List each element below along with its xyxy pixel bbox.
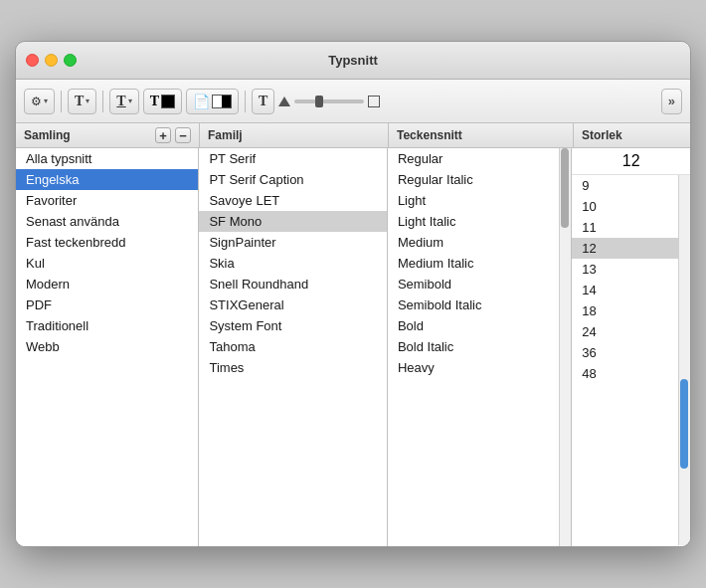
storlek-column[interactable]: 12 9 10 11 12 13 14 18 24 36 48 [572,148,690,546]
list-item[interactable]: Skia [199,253,386,274]
teckensnitt-inner: Regular Regular Italic Light Light Itali… [388,148,559,378]
list-item[interactable]: Favoriter [16,190,198,211]
document-icon: 📄 [193,94,210,109]
teckensnitt-column[interactable]: Regular Regular Italic Light Light Itali… [388,148,572,546]
familj-header-label: Familj [208,128,243,142]
font-panel-window: Typsnitt ⚙ ▾ T ▾ T ▾ T 📄 [15,41,691,547]
list-item[interactable]: Bold [388,315,559,336]
familj-header: Familj [200,123,389,147]
size-list: 9 10 11 12 13 14 18 24 36 48 [572,175,678,384]
gear-icon: ⚙ [31,95,42,108]
list-item[interactable]: SF Mono [199,211,386,232]
text-style-button[interactable]: T ▾ [68,89,96,114]
list-item[interactable]: Senast använda [16,211,198,232]
text-decoration-button[interactable]: T ▾ [109,89,138,114]
teckensnitt-scrollbar-thumb[interactable] [561,148,569,228]
separator-2 [102,91,103,112]
toolbar: ⚙ ▾ T ▾ T ▾ T 📄 T [16,80,690,123]
list-item[interactable]: Webb [16,336,198,357]
actions-button[interactable]: ⚙ ▾ [24,89,55,114]
size-slider-thumb[interactable] [315,96,323,107]
list-item[interactable]: 12 [572,238,678,259]
teckensnitt-header-label: Teckensnitt [397,128,462,142]
list-item[interactable]: Savoye LET [199,190,386,211]
columns-header: Samling + − Familj Teckensnitt Storlek [16,123,690,148]
size-up-icon [278,97,290,106]
list-item[interactable]: Heavy [388,357,559,378]
list-item[interactable]: Fast teckenbredd [16,232,198,253]
storlek-scrollbar[interactable] [678,175,690,545]
list-item[interactable]: Times [199,357,386,378]
list-item[interactable]: Light Italic [388,211,559,232]
list-item[interactable]: 9 [572,175,678,196]
list-item[interactable]: 14 [572,280,678,300]
expand-button[interactable]: » [661,89,682,114]
samling-header-label: Samling [24,128,71,142]
chevron-down-icon-2: ▾ [86,97,89,105]
chevron-down-icon-3: ▾ [128,97,132,105]
list-item[interactable]: PT Serif [199,148,386,169]
list-item[interactable]: 11 [572,217,678,238]
document-button[interactable]: 📄 [186,89,239,114]
current-size-display: 12 [572,148,690,175]
storlek-header: Storlek [574,123,673,147]
size-down-icon [368,96,380,107]
title-bar: Typsnitt [16,42,690,80]
remove-collection-button[interactable]: − [175,127,191,143]
list-item[interactable]: Regular [388,148,559,169]
list-item[interactable]: Traditionell [16,315,198,336]
add-remove-buttons: + − [155,127,191,143]
list-item[interactable]: SignPainter [199,232,386,253]
list-item[interactable]: 36 [572,342,678,363]
list-item[interactable]: Regular Italic [388,169,559,190]
close-button[interactable] [26,54,39,67]
list-item[interactable]: PDF [16,294,198,315]
add-collection-button[interactable]: + [155,127,171,143]
minimize-button[interactable] [45,54,58,67]
teckensnitt-header: Teckensnitt [389,123,574,147]
list-item[interactable]: Kul [16,253,198,274]
list-item[interactable]: 24 [572,321,678,342]
text-color-icon: T [150,94,159,109]
separator-3 [245,91,246,112]
list-item[interactable]: System Font [199,315,386,336]
window-title: Typsnitt [328,53,378,68]
list-item[interactable]: Bold Italic [388,336,559,357]
list-item[interactable]: Semibold [388,274,559,294]
list-item[interactable]: Medium Italic [388,253,559,274]
familj-column[interactable]: PT Serif PT Serif Caption Savoye LET SF … [199,148,387,546]
storlek-header-label: Storlek [582,128,622,142]
samling-header: Samling + − [16,123,200,147]
list-item[interactable]: 10 [572,196,678,217]
chevron-down-icon: ▾ [44,97,48,105]
teckensnitt-scrollbar[interactable] [559,148,571,546]
list-item[interactable]: 13 [572,259,678,280]
preview-text-icon: T [259,94,267,109]
list-item[interactable]: Tahoma [199,336,386,357]
list-item[interactable]: 18 [572,300,678,321]
color-swatch-black [161,95,175,108]
text-icon: T [75,94,84,109]
list-item[interactable]: Engelska [16,169,198,190]
list-item[interactable]: Semibold Italic [388,294,559,315]
text-underline-icon: T [116,94,125,109]
storlek-scrollbar-thumb[interactable] [680,379,688,469]
double-arrow-icon: » [668,94,675,108]
list-item[interactable]: Medium [388,232,559,253]
samling-column[interactable]: Alla typsnitt Engelska Favoriter Senast … [16,148,199,546]
list-item[interactable]: Modern [16,274,198,294]
separator-1 [61,91,62,112]
list-item[interactable]: PT Serif Caption [199,169,386,190]
list-item[interactable]: Light [388,190,559,211]
list-item[interactable]: STIXGeneral [199,294,386,315]
content-area: Alla typsnitt Engelska Favoriter Senast … [16,148,690,546]
text-color-button[interactable]: T [143,89,182,114]
size-slider-track[interactable] [294,99,364,103]
size-slider-area [278,96,380,107]
list-item[interactable]: Snell Roundhand [199,274,386,294]
zoom-button[interactable] [64,54,77,67]
list-item[interactable]: Alla typsnitt [16,148,198,169]
window-controls [26,54,77,67]
preview-button[interactable]: T [252,89,274,114]
list-item[interactable]: 48 [572,363,678,384]
